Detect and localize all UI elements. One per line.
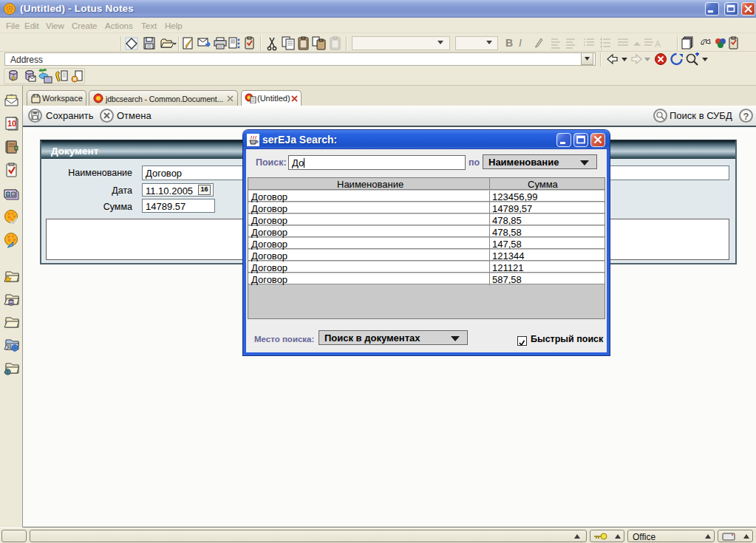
svg-text:10: 10 [7,119,16,128]
svg-text:A: A [655,39,661,49]
